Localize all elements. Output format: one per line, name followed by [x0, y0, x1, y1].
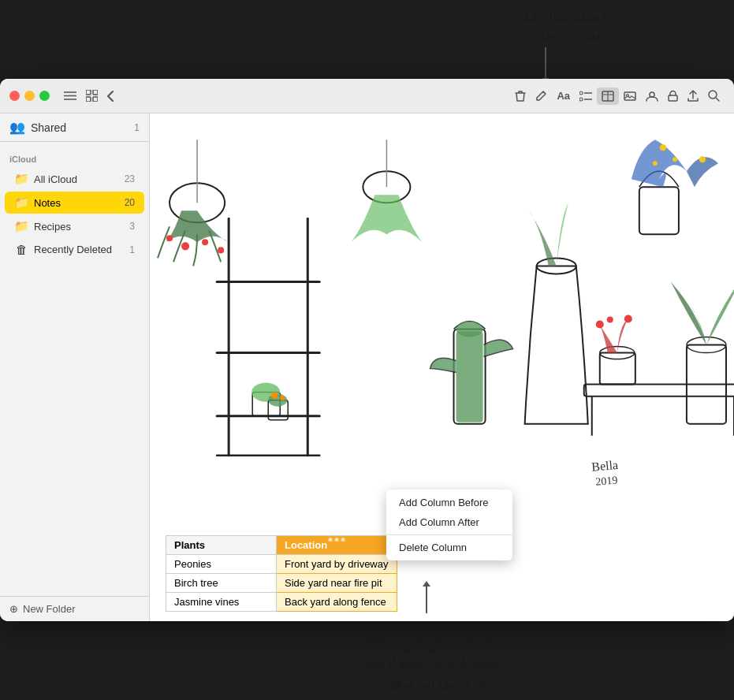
svg-point-39 [456, 322, 483, 337]
column-drag-handle[interactable] [328, 538, 345, 542]
format-button[interactable]: Aa [552, 87, 575, 105]
svg-rect-3 [86, 90, 91, 95]
back-button[interactable] [102, 88, 118, 105]
compose-button[interactable] [531, 87, 552, 105]
svg-rect-4 [93, 90, 98, 95]
svg-line-19 [716, 98, 719, 101]
shared-icon: 👥 [9, 120, 25, 135]
svg-text:Bella: Bella [591, 458, 619, 474]
drawing-area: Bella 2019 [150, 114, 734, 529]
svg-point-28 [181, 242, 189, 250]
svg-point-45 [280, 396, 285, 400]
new-folder-label: New Folder [23, 603, 75, 615]
main-window: Aa [0, 79, 734, 621]
bottom-tooltip: عند تحديد أي عمود، يمكنك إضافة أو إزالة … [158, 635, 695, 692]
svg-point-7 [579, 91, 583, 95]
new-folder-button[interactable]: ⊕ New Folder [9, 603, 75, 615]
svg-point-54 [624, 315, 632, 322]
context-menu-delete-col[interactable]: Delete Column [386, 538, 512, 557]
location-cell-peonies[interactable]: Front yard by driveway [277, 555, 397, 574]
sidebar-item-all-icloud[interactable]: 📁 All iCloud 23 [5, 168, 144, 190]
svg-rect-5 [86, 97, 91, 102]
all-icloud-label: All iCloud [34, 173, 125, 185]
recipes-label: Recipes [34, 221, 129, 233]
table-row-jasmine: Jasmine vines Back yard along fence [166, 593, 397, 612]
notes-count: 20 [125, 197, 135, 208]
recipes-icon: 📁 [14, 219, 28, 233]
shared-label: Shared [31, 121, 134, 134]
photo-button[interactable] [619, 88, 641, 105]
shared-count: 1 [134, 122, 140, 133]
icloud-section-label: iCloud [0, 145, 149, 167]
context-menu-divider [386, 534, 512, 535]
top-tooltip-arrow [545, 47, 546, 79]
top-tooltip-line2: على زر جدول. [518, 26, 608, 44]
grid-view-button[interactable] [81, 87, 102, 105]
top-tooltip-line1: لإضافة جدول، انقر [518, 8, 608, 26]
svg-rect-38 [456, 332, 483, 423]
collaborate-button[interactable] [641, 88, 663, 105]
sidebar-bottom: ⊕ New Folder [0, 596, 149, 621]
table-row-peonies: Peonies Front yard by driveway [166, 555, 397, 574]
location-header-label: Location [285, 539, 327, 551]
main-content: 👥 Shared 1 iCloud 📁 All iCloud 23 📁 Note… [0, 114, 734, 621]
recently-deleted-icon: 🗑 [14, 243, 28, 256]
handle-dot-1 [328, 538, 332, 542]
top-tooltip: لإضافة جدول، انقر على زر جدول. [518, 8, 608, 43]
location-cell-jasmine[interactable]: Back yard along fence [277, 593, 397, 612]
traffic-lights [9, 91, 50, 101]
svg-point-35 [653, 161, 658, 166]
plant-cell-birch[interactable]: Birch tree [166, 574, 277, 593]
delete-button[interactable] [510, 87, 531, 106]
close-button[interactable] [9, 91, 20, 101]
recently-deleted-count: 1 [129, 244, 135, 255]
context-menu-add-col-after[interactable]: Add Column After [386, 512, 512, 532]
column-plants-header[interactable]: Plants [166, 536, 277, 555]
list-view-button[interactable] [59, 88, 81, 104]
svg-point-27 [166, 235, 173, 241]
sidebar: 👥 Shared 1 iCloud 📁 All iCloud 23 📁 Note… [0, 114, 150, 621]
plant-cell-peonies[interactable]: Peonies [166, 555, 277, 574]
plant-cell-jasmine[interactable]: Jasmine vines [166, 593, 277, 612]
search-button[interactable] [703, 87, 725, 105]
checklist-button[interactable] [575, 88, 597, 105]
svg-point-36 [699, 156, 706, 162]
table-area: Plants Location [150, 529, 734, 621]
share-button[interactable] [683, 87, 703, 106]
plants-table: Plants Location [166, 535, 397, 612]
svg-point-52 [596, 320, 604, 328]
svg-point-34 [673, 157, 677, 162]
bottom-tooltip-arrow [426, 586, 427, 613]
svg-rect-14 [624, 92, 635, 100]
plant-illustration: Bella 2019 [150, 114, 734, 529]
recently-deleted-label: Recently Deleted [34, 244, 129, 255]
svg-text:2019: 2019 [595, 474, 618, 487]
maximize-button[interactable] [39, 91, 50, 101]
svg-point-44 [271, 393, 278, 399]
all-icloud-icon: 📁 [14, 172, 28, 186]
table-button[interactable] [597, 88, 619, 105]
lock-button[interactable] [663, 87, 683, 105]
table-row-birch: Birch tree Side yard near fire pit [166, 574, 397, 593]
bottom-tooltip-line3: ذلك العمود إلى موقع جديد. [158, 673, 695, 692]
titlebar: Aa [0, 79, 734, 114]
context-menu: Add Column Before Add Column After Delet… [386, 490, 512, 560]
svg-rect-17 [669, 95, 677, 101]
note-area: Bella 2019 Plants [150, 114, 734, 621]
minimize-button[interactable] [24, 91, 35, 101]
context-menu-add-col-before[interactable]: Add Column Before [386, 493, 512, 512]
handle-dot-3 [341, 538, 345, 542]
svg-point-43 [268, 394, 287, 407]
column-location-header[interactable]: Location [277, 536, 397, 555]
handle-dot-2 [334, 538, 338, 542]
notes-icon: 📁 [14, 195, 28, 210]
sidebar-item-recipes[interactable]: 📁 Recipes 3 [5, 215, 144, 237]
bottom-tooltip-line1: عند تحديد أي عمود، يمكنك [158, 635, 695, 654]
svg-point-16 [650, 92, 654, 97]
location-cell-birch[interactable]: Side yard near fire pit [277, 574, 397, 593]
svg-rect-20 [150, 124, 734, 519]
sidebar-item-notes[interactable]: 📁 Notes 20 [5, 192, 144, 214]
sidebar-item-shared[interactable]: 👥 Shared 1 [0, 114, 149, 142]
sidebar-item-recently-deleted[interactable]: 🗑 Recently Deleted 1 [5, 239, 144, 260]
svg-point-30 [218, 247, 224, 253]
